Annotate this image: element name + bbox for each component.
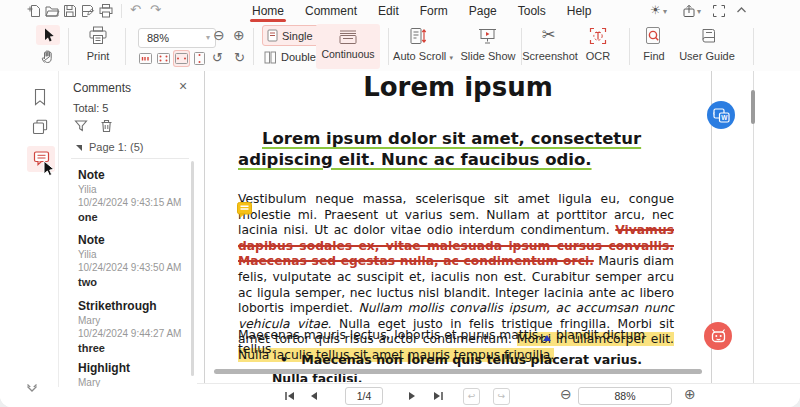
comment-timestamp: 10/24/2024 9:44:27 AM [78,328,181,339]
tab-page[interactable]: Page [469,0,497,22]
divider [629,28,630,65]
tab-edit[interactable]: Edit [378,0,399,22]
fit-page-button[interactable] [156,51,171,66]
last-page-button[interactable] [432,390,445,402]
next-view-button[interactable]: ↪ [493,388,510,405]
page-number-input[interactable]: 1/4 [345,387,383,405]
collapse-ribbon-icon[interactable] [736,6,747,14]
filter-comments-icon[interactable] [74,119,88,133]
delete-comment-icon[interactable] [100,119,113,133]
comment-text: one [78,211,98,223]
rotate-left-icon[interactable]: ↺ [212,50,223,65]
zoom-level-combobox[interactable]: 88% ▾ [138,28,216,48]
panel-scrollbar[interactable] [191,161,194,376]
share-icon[interactable] [682,4,696,18]
fit-height-button[interactable] [192,51,207,66]
save-icon[interactable] [62,3,78,19]
horizontal-scrollbar[interactable] [214,369,702,374]
undo-icon[interactable]: ↶ [130,2,141,18]
bullet-text: Maecenas non lorem quis tellus placerat … [301,352,642,367]
page-group-header[interactable]: Page 1: (5) [89,141,143,153]
pages-panel-icon[interactable] [32,119,48,135]
new-file-icon[interactable] [26,3,42,19]
find-button[interactable]: Find [635,50,673,62]
divider [753,28,754,65]
slide-show-button[interactable]: Slide Show [458,50,518,62]
collapse-group-icon[interactable] [76,145,82,151]
divider [121,4,122,18]
single-page-button[interactable]: Single [262,25,320,46]
ocr-button[interactable]: OCR [580,50,616,62]
continuous-view-icon [336,29,360,45]
comment-author: Mary [78,315,100,326]
zoom-out-button[interactable]: ⊖ [213,27,225,43]
double-page-button[interactable]: Double [260,48,322,66]
zoom-out-button-bottom[interactable]: ⊖ [560,386,572,402]
find-icon[interactable] [645,26,662,45]
save-as-icon[interactable] [80,3,96,19]
comment-author: Yilia [78,249,97,260]
redo-icon[interactable]: ↷ [150,2,161,18]
divider [253,28,254,65]
print-icon[interactable] [88,26,108,45]
user-guide-icon[interactable] [700,27,717,44]
bookmarks-panel-icon[interactable] [32,88,48,106]
mouse-cursor [42,160,56,178]
sidebar-chevron-down-icon[interactable] [26,385,38,393]
print-button[interactable]: Print [78,50,118,62]
comments-total: Total: 5 [73,102,108,114]
insert-caret-annotation-icon[interactable] [543,335,551,341]
ribbon-toolbar: Print 88% ▾ ⊖ ⊕ ↺ ↻ Single Double Contin… [0,22,800,72]
svg-text:W: W [721,114,728,121]
menu-tabs: Home Comment Edit Form Page Tools Help [252,0,591,22]
page-left-edge [204,71,205,383]
fullscreen-icon[interactable] [712,4,726,18]
tab-form[interactable]: Form [420,0,448,22]
auto-scroll-icon[interactable] [409,27,427,45]
zoom-in-button[interactable]: ⊕ [233,27,245,43]
rotate-right-icon[interactable]: ↻ [234,50,245,65]
close-panel-icon[interactable]: × [179,78,187,94]
next-page-button[interactable] [407,391,418,401]
comment-type: Note [78,168,105,182]
screenshot-button[interactable]: Screenshot [518,50,582,62]
comments-panel: Comments × Total: 5 Page 1: (5) Note Yil… [58,71,198,407]
continuous-view-button[interactable]: Continuous [316,24,380,69]
comment-timestamp: 10/24/2024 9:43:15 AM [78,197,181,208]
vertical-scrollbar-thumb[interactable] [751,90,755,124]
cursor-arrow-icon [40,27,56,43]
first-page-button[interactable] [283,390,296,402]
ai-assistant-button[interactable] [704,322,732,350]
actual-size-button[interactable] [138,51,153,66]
tab-home[interactable]: Home [252,0,284,22]
user-guide-button[interactable]: User Guide [676,50,738,62]
slide-show-icon[interactable] [478,27,497,45]
quick-print-icon[interactable] [98,3,114,19]
navigation-rail [0,71,58,407]
zoom-in-button-bottom[interactable]: ⊕ [684,386,696,402]
top-menu-bar: ↶ ↷ Home Comment Edit Form Page Tools He… [0,0,800,22]
comment-text: three [78,342,105,354]
hand-tool-icon[interactable] [40,49,56,65]
tab-tools[interactable]: Tools [518,0,546,22]
tab-help[interactable]: Help [567,0,592,22]
pdf-reader-app: { "colors": { "accent_red": "#d6453b", "… [0,0,800,407]
comment-type: Strikethrough [78,299,157,313]
screenshot-scissors-icon[interactable]: ✂ [542,25,555,44]
previous-view-button[interactable]: ↩ [463,388,480,405]
theme-icon[interactable]: ☀ ▾ [650,3,667,17]
comment-author: Yilia [78,184,97,195]
open-file-icon[interactable] [44,3,60,19]
previous-page-button[interactable] [308,391,319,401]
tab-comment[interactable]: Comment [305,0,357,22]
select-tool-button[interactable] [36,25,60,45]
ocr-icon[interactable] [589,27,607,45]
share-caret-icon[interactable]: ▾ [697,7,701,16]
fit-width-button[interactable] [174,51,189,66]
document-bullet-item: • Maecenas non lorem quis tellus placera… [280,352,680,367]
sticky-note-annotation-icon[interactable] [237,202,252,218]
convert-to-word-button[interactable]: W [707,101,735,129]
zoom-percentage-box[interactable]: 88% [578,387,672,405]
auto-scroll-button[interactable]: Auto Scroll ▾ [390,50,456,62]
chevron-down-icon: ▾ [206,29,210,47]
